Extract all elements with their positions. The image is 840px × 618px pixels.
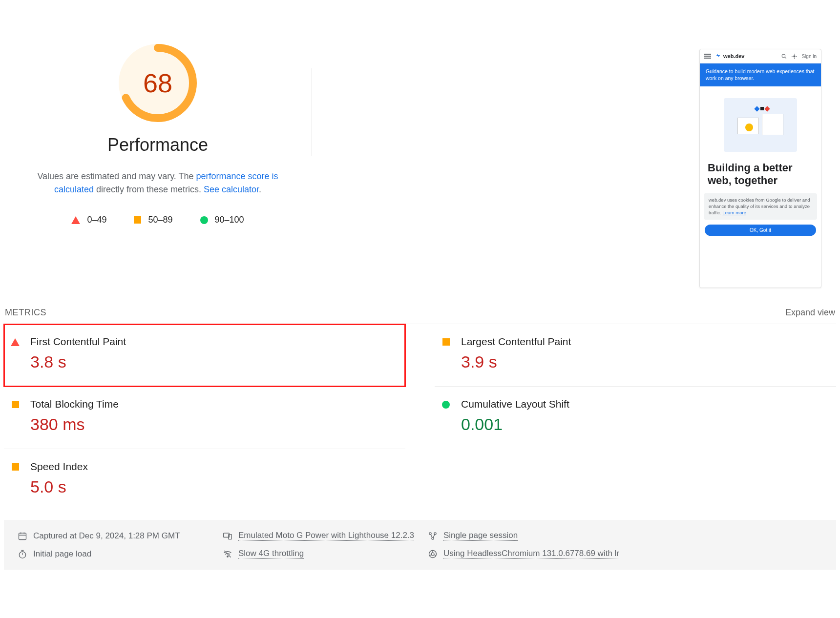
preview-banner: Guidance to build modern web experiences… [700,63,821,86]
metric-tbt[interactable]: Total Blocking Time 380 ms [4,387,405,449]
preview-headline: Building a better web, together [700,156,821,188]
svg-rect-10 [19,533,26,539]
see-calculator-link[interactable]: See calculator [204,185,259,194]
webdev-logo: web.dev [715,53,744,60]
footer-network[interactable]: Slow 4G throttling [223,549,428,559]
footer-browser[interactable]: Using HeadlessChromium 131.0.6778.69 wit… [428,549,822,559]
calendar-icon [18,531,27,541]
metrics-heading: METRICS [5,308,46,318]
network-icon [223,549,232,559]
footer-device[interactable]: Emulated Moto G Power with Lighthouse 12… [223,531,428,541]
preview-hero [700,86,821,156]
performance-title: Performance [107,135,208,155]
circle-icon [200,216,208,224]
metric-name: Cumulative Layout Shift [461,398,569,410]
metric-name: First Contentful Paint [30,336,126,348]
devices-icon [223,531,232,541]
report-footer: Captured at Dec 9, 2024, 1:28 PM GMT Emu… [4,520,836,570]
search-icon [781,53,787,60]
page-screenshot-preview: web.dev Sign in Guidance to build modern… [699,49,821,288]
preview-cookie-notice: web.dev uses cookies from Google to deli… [704,193,817,220]
stopwatch-icon [18,549,27,559]
metric-value: 3.9 s [461,352,571,371]
triangle-icon [71,216,80,224]
svg-line-4 [785,57,787,59]
signin-label: Sign in [801,54,817,59]
square-icon [12,401,19,408]
metrics-header: METRICS Expand view [4,308,836,324]
metrics-grid: First Contentful Paint 3.8 s Largest Con… [4,324,836,511]
metric-value: 0.001 [461,415,569,434]
footer-session[interactable]: Single page session [428,531,822,541]
svg-point-25 [431,553,434,556]
square-icon [442,338,450,346]
square-icon [134,216,141,224]
legend-fail: 0–49 [71,215,106,225]
session-icon [428,531,438,541]
menu-icon [704,54,711,59]
metric-name: Total Blocking Time [30,398,119,410]
theme-icon [791,53,798,60]
performance-description: Values are estimated and may vary. The p… [26,170,290,196]
metric-value: 3.8 s [30,352,126,371]
metric-value: 5.0 s [30,477,88,496]
expand-view-toggle[interactable]: Expand view [785,308,835,318]
svg-line-28 [434,555,436,556]
square-icon [12,463,19,471]
metric-name: Largest Contentful Paint [461,336,571,348]
svg-rect-15 [229,534,232,539]
legend-average: 50–89 [134,215,172,225]
footer-loadtype: Initial page load [18,549,223,559]
chrome-icon [428,549,438,559]
vertical-divider [312,68,312,156]
metric-value: 380 ms [30,415,119,434]
metric-si[interactable]: Speed Index 5.0 s [4,449,405,511]
performance-summary: 68 Performance Values are estimated and … [4,5,836,288]
metric-name: Speed Index [30,461,88,473]
legend-pass: 90–100 [200,215,244,225]
performance-score: 68 [119,44,197,122]
svg-point-3 [782,54,786,58]
svg-point-22 [227,556,229,557]
svg-line-27 [429,555,431,556]
svg-point-19 [19,552,25,558]
triangle-icon [11,338,20,346]
preview-gotit-button: OK, Got it [705,225,816,236]
performance-gauge: 68 [119,44,197,122]
score-legend: 0–49 50–89 90–100 [71,215,244,225]
metric-fcp[interactable]: First Contentful Paint 3.8 s [4,324,405,387]
svg-point-5 [794,55,796,57]
footer-captured: Captured at Dec 9, 2024, 1:28 PM GMT [18,531,223,541]
circle-icon [442,401,450,409]
metric-cls[interactable]: Cumulative Layout Shift 0.001 [435,387,836,449]
metric-lcp[interactable]: Largest Contentful Paint 3.9 s [435,324,836,387]
